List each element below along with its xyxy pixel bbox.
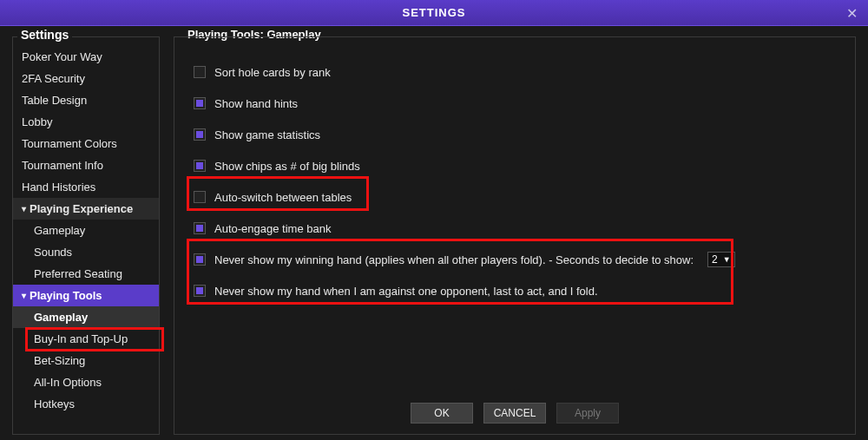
option-sort-hole-cards: Sort hole cards by rank (190, 56, 839, 88)
window-title: SETTINGS (402, 6, 465, 19)
chevron-down-icon: ▼ (723, 255, 731, 264)
sidebar-item-label: Playing Tools (30, 289, 102, 302)
apply-button[interactable]: Apply (556, 403, 619, 424)
chevron-down-icon: ▾ (22, 291, 26, 300)
option-show-chips-big-blinds: Show chips as # of big blinds (190, 150, 839, 181)
option-auto-switch-tables: Auto-switch between tables (190, 181, 839, 213)
option-label: Never show my hand when I am against one… (214, 285, 598, 298)
sidebar-item-label: Gameplay (34, 311, 88, 324)
sidebar-item-label: Hotkeys (34, 397, 75, 410)
option-label: Never show my winning hand (applies when… (214, 253, 694, 266)
close-icon[interactable]: ✕ (846, 5, 858, 22)
sidebar-item-label: Hand Histories (22, 181, 95, 194)
sidebar-item-label: All-In Options (34, 376, 102, 389)
sidebar-item-label: 2FA Security (22, 72, 85, 85)
sidebar-item-pe-gameplay[interactable]: Gameplay (13, 220, 159, 241)
ok-button[interactable]: OK (411, 403, 473, 424)
sidebar-item-label: Buy-In and Top-Up (34, 332, 128, 345)
panel-box: Sort hole cards by rank Show hand hints … (174, 36, 856, 435)
sidebar-item-2fa-security[interactable]: 2FA Security (13, 68, 159, 89)
checkbox[interactable] (194, 97, 206, 109)
select-value: 2 (712, 253, 718, 266)
sidebar-item-pt-gameplay[interactable]: Gameplay (13, 306, 159, 328)
main-panel: Playing Tools: Gameplay Sort hole cards … (174, 36, 856, 435)
sidebar-item-lobby[interactable]: Lobby (13, 111, 159, 133)
checkbox[interactable] (194, 66, 206, 78)
option-never-show-winning-hand: Never show my winning hand (applies when… (190, 244, 839, 275)
sidebar-legend: Settings (17, 28, 72, 42)
sidebar-item-label: Gameplay (34, 224, 85, 237)
checkbox[interactable] (194, 160, 206, 172)
sidebar-item-pt-buyin-topup[interactable]: Buy-In and Top-Up (13, 328, 159, 350)
sidebar-item-pt-hotkeys[interactable]: Hotkeys (13, 393, 159, 415)
sidebar-item-label: Poker Your Way (22, 50, 102, 63)
sidebar-item-label: Sounds (34, 246, 72, 259)
sidebar-item-pt-allin-options[interactable]: All-In Options (13, 371, 159, 393)
sidebar-item-label: Table Design (22, 94, 87, 107)
option-label: Sort hole cards by rank (214, 66, 331, 79)
button-bar: OK CANCEL Apply (190, 394, 839, 425)
option-show-hand-hints: Show hand hints (190, 88, 839, 119)
button-label: CANCEL (494, 407, 536, 419)
sidebar-item-poker-your-way[interactable]: Poker Your Way (13, 46, 159, 68)
sidebar-item-pt-bet-sizing[interactable]: Bet-Sizing (13, 350, 159, 371)
chevron-down-icon: ▾ (22, 204, 26, 213)
cancel-button[interactable]: CANCEL (483, 403, 546, 424)
option-label: Auto-switch between tables (214, 191, 352, 204)
sidebar-item-pe-sounds[interactable]: Sounds (13, 241, 159, 263)
checkbox[interactable] (194, 222, 206, 234)
options-area: Sort hole cards by rank Show hand hints … (190, 56, 839, 394)
option-label: Auto-engage time bank (214, 222, 331, 235)
checkbox[interactable] (194, 191, 206, 203)
sidebar-item-tournament-info[interactable]: Tournament Info (13, 154, 159, 176)
sidebar-item-label: Tournament Info (22, 159, 103, 172)
button-label: Apply (575, 407, 601, 419)
sidebar-item-label: Bet-Sizing (34, 354, 85, 367)
sidebar-item-label: Lobby (22, 115, 52, 128)
seconds-select[interactable]: 2 ▼ (707, 252, 735, 267)
sidebar-box: Poker Your Way 2FA Security Table Design… (12, 36, 160, 435)
sidebar-item-label: Tournament Colors (22, 137, 117, 150)
option-show-game-statistics: Show game statistics (190, 119, 839, 150)
content-container: Settings Poker Your Way 2FA Security Tab… (0, 26, 868, 440)
sidebar-header-playing-tools[interactable]: ▾Playing Tools (13, 285, 159, 306)
button-label: OK (434, 407, 449, 419)
sidebar-item-tournament-colors[interactable]: Tournament Colors (13, 133, 159, 154)
option-label: Show hand hints (214, 97, 298, 110)
checkbox[interactable] (194, 253, 206, 266)
sidebar-item-hand-histories[interactable]: Hand Histories (13, 176, 159, 198)
sidebar-header-playing-experience[interactable]: ▾Playing Experience (13, 198, 159, 220)
sidebar-item-label: Preferred Seating (34, 267, 122, 280)
checkbox[interactable] (194, 128, 206, 141)
option-auto-engage-timebank: Auto-engage time bank (190, 213, 839, 244)
sidebar-item-pe-preferred-seating[interactable]: Preferred Seating (13, 263, 159, 285)
option-never-show-hand-fold: Never show my hand when I am against one… (190, 275, 839, 306)
titlebar: SETTINGS ✕ (0, 0, 868, 26)
sidebar: Settings Poker Your Way 2FA Security Tab… (12, 36, 160, 435)
checkbox[interactable] (194, 285, 206, 297)
sidebar-item-label: Playing Experience (30, 202, 133, 215)
option-label: Show game statistics (214, 128, 320, 141)
option-label: Show chips as # of big blinds (214, 160, 360, 173)
sidebar-item-table-design[interactable]: Table Design (13, 89, 159, 111)
